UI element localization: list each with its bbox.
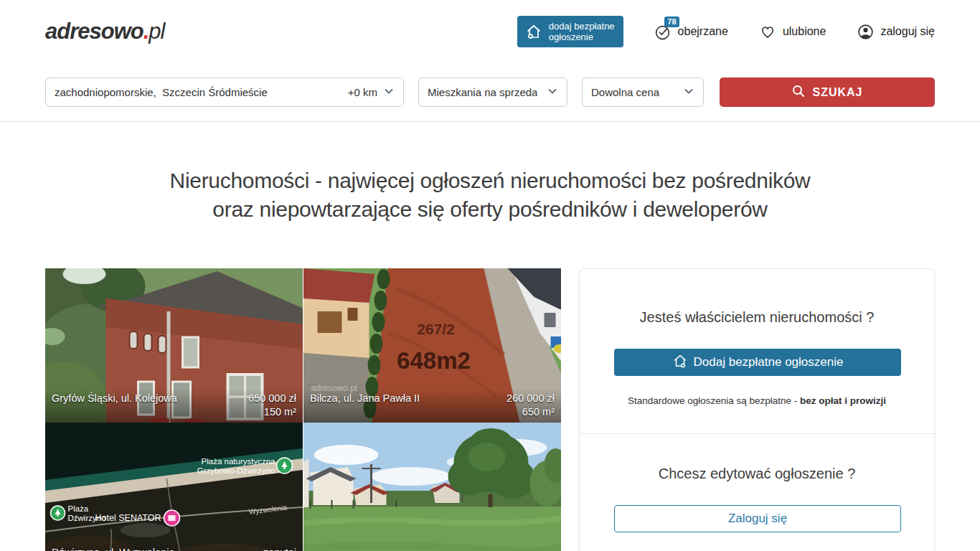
- chevron-down-icon: [683, 85, 694, 99]
- svg-text:Grzybowo-Dźwirzyno: Grzybowo-Dźwirzyno: [197, 466, 275, 475]
- chevron-down-icon: [547, 85, 558, 99]
- header-actions: dodaj bezpłatne ogłoszenie 78 obejrzane: [517, 16, 935, 47]
- map-hotel-label: Hotel SENATOR: [95, 513, 161, 523]
- owner-title: Jesteś właścicielem nieruchomości ?: [614, 309, 900, 326]
- category-select[interactable]: Mieszkania na sprzeda: [418, 77, 567, 107]
- sidebar: Jesteś właścicielem nieruchomości ? Doda…: [579, 268, 935, 551]
- sidebar-login-button[interactable]: Zaloguj się: [614, 505, 901, 532]
- listings-grid: Gryfów Śląski, ul. Kolejowa 650 000 zł 1…: [45, 268, 561, 551]
- listing-card[interactable]: Gryfów Śląski, ul. Kolejowa 650 000 zł 1…: [45, 268, 303, 423]
- page-title: Nieruchomości - najwięcej ogłoszeń nieru…: [0, 166, 980, 224]
- search-icon: [791, 84, 806, 101]
- owner-section: Jesteś właścicielem nieruchomości ? Doda…: [580, 269, 934, 433]
- favorites-link[interactable]: ulubione: [758, 22, 826, 41]
- listing-photo-satellite-map: Wyzwolenia Plaża naturystyczna Grzybowo-…: [45, 423, 303, 551]
- location-input-box: +0 km: [45, 77, 404, 107]
- add-listing-label: dodaj bezpłatne ogłoszenie: [549, 21, 615, 42]
- listing-area: 650 m²: [310, 406, 555, 418]
- add-listing-button[interactable]: dodaj bezpłatne ogłoszenie: [517, 16, 623, 47]
- listing-card[interactable]: Grojec, ul. Bagienna 891 000 zł: [303, 423, 561, 551]
- viewed-label: obejrzane: [678, 25, 728, 38]
- chevron-down-icon[interactable]: [383, 85, 395, 100]
- heart-icon: [758, 22, 777, 41]
- price-select[interactable]: Dowolna cena: [582, 77, 704, 107]
- listing-price: 650 000 zł: [248, 392, 296, 404]
- search-button-label: SZUKAJ: [812, 86, 862, 99]
- house-plus-icon: [524, 22, 543, 41]
- login-link[interactable]: zaloguj się: [856, 22, 935, 41]
- edit-section: Chcesz edytować ogłoszenie ? Zaloguj się…: [580, 433, 934, 551]
- logo[interactable]: adresowo.pl: [45, 19, 164, 44]
- listing-caption: Gryfów Śląski, ul. Kolejowa 650 000 zł 1…: [45, 389, 303, 423]
- sidebar-add-listing-label: Dodaj bezpłatne ogłoszenie: [694, 355, 844, 369]
- radius-value[interactable]: +0 km: [348, 86, 377, 98]
- map-beach1-label: Plaża naturystyczna: [202, 457, 276, 466]
- main-content: Gryfów Śląski, ul. Kolejowa 650 000 zł 1…: [0, 268, 980, 551]
- listing-name: Gryfów Śląski, ul. Kolejowa: [52, 392, 177, 404]
- header: adresowo.pl dodaj bezpłatne ogłoszenie: [0, 0, 980, 63]
- search-button[interactable]: SZUKAJ: [720, 77, 935, 107]
- logo-text: adresowo: [45, 19, 143, 44]
- category-value: Mieszkania na sprzeda: [428, 86, 537, 98]
- location-input[interactable]: [55, 86, 342, 98]
- listing-photo-meadow: [303, 423, 561, 551]
- viewed-badge: 78: [664, 17, 679, 27]
- search-bar: +0 km Mieszkania na sprzeda Dowolna cena: [0, 63, 980, 122]
- listing-price: zapytaj: [263, 547, 296, 551]
- owner-note: Standardowe ogłoszenia są bezpłatne - be…: [614, 395, 900, 406]
- listing-card[interactable]: 267/2 648m2 adresowo.pl Bilcza, ul. Jana…: [303, 268, 561, 423]
- listing-caption: Dźwirzyno, ul. Wyzwolenia zapytaj o cenę: [45, 543, 303, 551]
- house-plus-icon: [672, 353, 688, 372]
- logo-tld: pl: [149, 19, 164, 44]
- listing-name: Bilcza, ul. Jana Pawła II: [310, 392, 420, 404]
- listing-area: 150 m²: [52, 406, 296, 418]
- edit-title: Chcesz edytować ogłoszenie ?: [614, 466, 900, 482]
- page: adresowo.pl dodaj bezpłatne ogłoszenie: [0, 0, 980, 551]
- map-beach2-label: Plaża: [68, 504, 89, 513]
- favorites-label: ulubione: [783, 25, 826, 38]
- listing-caption: Bilcza, ul. Jana Pawła II 260 000 zł 650…: [303, 389, 561, 423]
- check-circle-icon: 78: [654, 22, 672, 41]
- listing-name: Dźwirzyno, ul. Wyzwolenia: [52, 547, 175, 551]
- listing-price: 260 000 zł: [507, 392, 555, 404]
- plot-parcel-label: 267/2: [417, 321, 455, 337]
- user-icon: [856, 22, 875, 41]
- plot-size-label: 648m2: [397, 347, 471, 374]
- sidebar-add-listing-button[interactable]: Dodaj bezpłatne ogłoszenie: [614, 349, 901, 376]
- listing-card[interactable]: Wyzwolenia Plaża naturystyczna Grzybowo-…: [45, 423, 303, 551]
- login-label: zaloguj się: [880, 25, 935, 38]
- viewed-link[interactable]: 78 obejrzane: [654, 22, 728, 41]
- price-value: Dowolna cena: [591, 86, 659, 98]
